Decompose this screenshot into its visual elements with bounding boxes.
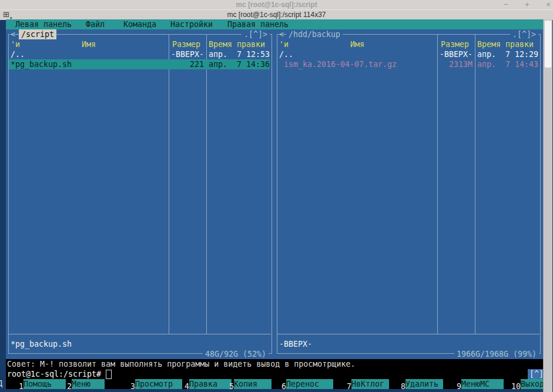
fkey-copy[interactable]: 5Копия — [220, 379, 272, 389]
right-row-archive-time: апр. 7 14:43 — [477, 59, 538, 69]
window-titlebar[interactable]: mc [root@1c-sql]:/script − + × — [0, 0, 553, 9]
fkey-delete[interactable]: 8Удалить — [391, 379, 443, 389]
fkey-menu[interactable]: 2Меню — [58, 379, 105, 389]
right-row-updir-name[interactable]: /.. — [279, 49, 293, 59]
window-title: mc [root@1c-sql]:/script — [0, 1, 553, 9]
fkey-view[interactable]: 3Просмотр — [121, 379, 182, 389]
shell-prompt: root@1c-sql:/script# — [7, 369, 106, 379]
right-free-space: 1966G/1968G (99%) — [454, 349, 539, 359]
maximize-button[interactable]: + — [520, 0, 534, 9]
right-header-size[interactable]: Размер — [441, 39, 469, 49]
left-header-size[interactable]: Размер — [172, 39, 200, 49]
fkey-quit[interactable]: 10Выход — [507, 379, 543, 389]
fkey-pulldn[interactable]: 9МенюМС — [447, 379, 504, 389]
right-header-name[interactable]: Имя — [350, 39, 364, 49]
left-row-updir-time: апр. 7 12:53 — [209, 49, 270, 59]
left-row-file-name[interactable]: *pg_backup.sh — [11, 59, 72, 69]
right-panel-path[interactable]: /hdd/backup — [286, 29, 343, 39]
left-header-name[interactable]: Имя — [82, 39, 96, 49]
right-header-mtime[interactable]: Время правки — [477, 39, 534, 49]
left-mini-status: *pg_backup.sh — [11, 339, 72, 349]
left-row-updir-name[interactable]: /.. — [11, 49, 25, 59]
terminal-scrollbar[interactable] — [543, 19, 552, 392]
scrollbar-thumb[interactable] — [545, 21, 551, 68]
left-panel-path[interactable]: /script — [19, 29, 56, 39]
close-button[interactable]: × — [541, 0, 553, 9]
left-header-mtime[interactable]: Время правки — [209, 39, 265, 49]
menu-file[interactable]: Файл — [86, 19, 105, 29]
menu-left-panel[interactable]: Левая панель — [15, 19, 72, 29]
left-panel-ministatus-separator — [9, 334, 271, 334]
left-panel-time-separator — [206, 34, 207, 334]
fkey-move[interactable]: 6Перенос — [272, 379, 333, 389]
text-cursor[interactable] — [106, 370, 112, 379]
left-row-updir-size: -ВВЕРХ- — [171, 49, 204, 59]
screen: { "window": { "title": "mc [root@1c-sql]… — [0, 0, 553, 392]
left-row-file-size: 221 — [190, 59, 204, 69]
right-panel-size-separator — [437, 34, 438, 334]
menu-right-panel[interactable]: Правая панель — [227, 19, 289, 29]
terminal: Левая панель Файл Команда Настройки Прав… — [6, 19, 543, 389]
right-panel-ministatus-separator — [277, 334, 539, 334]
terminal-titlebar: ⊞▾ mc [root@1c-sql]:/script 114x37 — [0, 9, 553, 20]
fkey-mkdir[interactable]: 7НвКтлог — [337, 379, 389, 389]
left-sort-indicator[interactable]: 'и — [11, 39, 20, 49]
minimize-button[interactable]: − — [499, 0, 513, 9]
left-row-file-time: апр. 7 14:36 — [209, 59, 270, 69]
right-row-archive-size: 2313M — [449, 59, 472, 69]
left-panel-updir-button[interactable]: .[^]> — [242, 29, 270, 39]
menu-options[interactable]: Настройки — [170, 19, 213, 29]
scrollback-badge[interactable]: [^] — [528, 369, 543, 379]
left-free-space: 48G/92G (52%) — [203, 349, 269, 359]
right-row-updir-time: апр. 7 12:29 — [477, 49, 538, 59]
terminal-title: mc [root@1c-sql]:/script 114x37 — [0, 11, 553, 19]
right-row-archive-name[interactable]: ism_ka.2016-04-07.tar.gz — [284, 59, 397, 69]
right-mini-status: -ВВЕРХ- — [279, 339, 312, 349]
right-panel-frame — [277, 34, 541, 354]
menu-command[interactable]: Команда — [123, 19, 156, 29]
left-panel-frame — [8, 34, 272, 354]
right-row-updir-size: -ВВЕРХ- — [440, 49, 472, 59]
right-panel-time-separator — [475, 34, 475, 334]
hint-line: Совет: M-! позволит вам выполнять програ… — [7, 359, 355, 369]
left-panel-size-separator — [169, 34, 169, 334]
right-panel-updir-button[interactable]: .[^]> — [510, 29, 538, 39]
background-window-glyph: Д — [0, 379, 2, 388]
right-sort-indicator[interactable]: 'и — [279, 39, 289, 49]
